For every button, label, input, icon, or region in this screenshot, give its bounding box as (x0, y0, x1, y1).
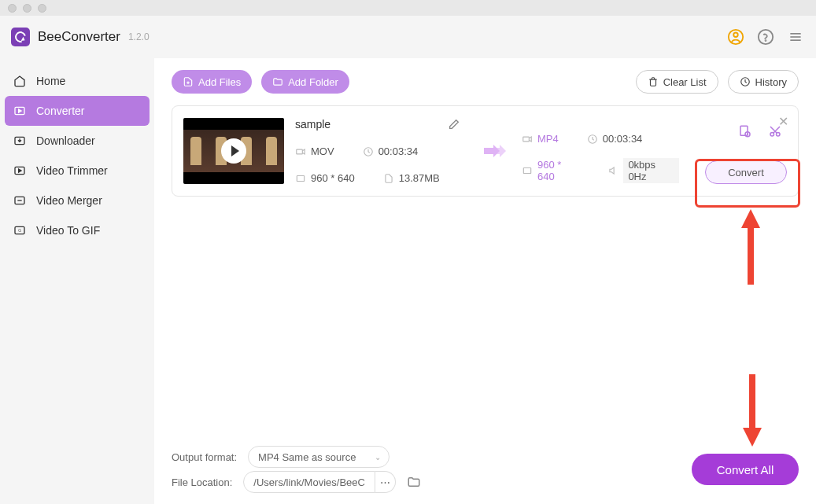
app-version: 1.2.0 (128, 31, 150, 42)
merge-icon (13, 193, 27, 208)
source-duration: 00:03:34 (363, 145, 419, 157)
sidebar-item-label: Downloader (36, 134, 95, 147)
output-format-label: Output format: (172, 451, 237, 463)
app-logo (11, 28, 30, 46)
file-location-field[interactable]: /Users/link/Movies/BeeC (243, 471, 375, 493)
resolution-icon (295, 173, 306, 184)
target-info: MP4 00:03:34 960 * 640 0kbps 0Hz (522, 133, 679, 183)
svg-rect-20 (523, 168, 530, 174)
main-panel: Add Files Add Folder Clear List History … (154, 58, 816, 504)
source-info: sample MOV 00:03:34 960 * 640 13.87MB (295, 118, 468, 184)
file-location-row: File Location: /Users/link/Movies/BeeC ⋯ (172, 471, 421, 493)
add-folder-button[interactable]: Add Folder (261, 70, 349, 94)
help-icon[interactable] (756, 28, 775, 46)
sidebar-item-label: Video To GIF (36, 224, 100, 237)
user-icon[interactable] (726, 28, 745, 46)
sidebar-item-home[interactable]: Home (5, 66, 150, 96)
svg-marker-11 (19, 169, 21, 172)
svg-rect-21 (740, 126, 748, 135)
clock-icon (587, 134, 598, 145)
source-size: 13.87MB (383, 172, 440, 184)
convert-icon (13, 104, 27, 118)
trim-icon (13, 164, 27, 178)
button-label: Clear List (663, 76, 707, 88)
target-duration: 00:03:34 (587, 133, 643, 145)
target-format[interactable]: MP4 (522, 133, 559, 145)
annotation-arrow-2 (743, 374, 762, 447)
add-files-button[interactable]: Add Files (172, 70, 252, 94)
maximize-window-dot[interactable] (38, 4, 46, 13)
close-window-dot[interactable] (8, 4, 17, 13)
open-folder-icon[interactable] (407, 475, 421, 489)
output-format-select[interactable]: MP4 Same as source ⌄ (248, 446, 390, 468)
resolution-icon (522, 165, 533, 176)
svg-marker-8 (19, 109, 21, 112)
annotation-arrow-1 (741, 209, 760, 285)
chevron-down-icon: ⌄ (375, 453, 381, 462)
button-label: Add Files (198, 76, 241, 88)
convert-all-button[interactable]: Convert All (692, 454, 799, 485)
minimize-window-dot[interactable] (23, 4, 31, 13)
output-format-row: Output format: MP4 Same as source ⌄ (172, 446, 390, 468)
svg-point-3 (766, 40, 766, 41)
file-add-icon (183, 76, 194, 87)
target-resolution[interactable]: 960 * 640 (522, 158, 579, 183)
download-icon (13, 134, 27, 148)
target-audio: 0kbps 0Hz (607, 158, 679, 183)
video-thumbnail[interactable] (183, 118, 284, 184)
svg-point-1 (733, 33, 738, 38)
browse-location-button[interactable]: ⋯ (375, 471, 396, 493)
camera-icon (295, 146, 306, 157)
toolbar: Add Files Add Folder Clear List History (154, 58, 816, 105)
svg-rect-17 (297, 175, 304, 181)
sidebar-item-label: Video Merger (36, 194, 102, 207)
file-name: sample (295, 118, 330, 131)
svg-marker-26 (743, 374, 762, 447)
convert-button[interactable]: Convert (705, 160, 787, 184)
sidebar-item-gif[interactable]: G Video To GIF (5, 215, 150, 245)
remove-item-icon[interactable]: ✕ (778, 114, 788, 129)
clock-icon (363, 146, 374, 157)
clear-list-button[interactable]: Clear List (636, 70, 718, 94)
sidebar-item-trimmer[interactable]: Video Trimmer (5, 156, 150, 186)
camera-icon (522, 134, 533, 145)
sidebar-item-converter[interactable]: Converter (5, 96, 150, 126)
app-header: BeeConverter 1.2.0 (0, 16, 816, 58)
svg-rect-15 (297, 149, 303, 154)
sidebar-item-label: Converter (36, 105, 84, 117)
sidebar-item-downloader[interactable]: Downloader (5, 126, 150, 156)
svg-text:G: G (18, 229, 21, 233)
edit-name-icon[interactable] (448, 118, 460, 131)
button-label: History (755, 76, 787, 88)
gif-icon: G (13, 223, 27, 237)
source-resolution: 960 * 640 (295, 172, 355, 184)
file-card: sample MOV 00:03:34 960 * 640 13.87MB MP… (172, 105, 799, 197)
source-format: MOV (295, 145, 334, 157)
speaker-icon (607, 165, 618, 176)
svg-marker-25 (741, 209, 760, 285)
history-icon (740, 76, 751, 87)
history-button[interactable]: History (728, 70, 799, 94)
play-icon (221, 138, 246, 164)
svg-point-2 (759, 30, 773, 44)
settings-icon[interactable] (738, 124, 752, 138)
sidebar-item-label: Video Trimmer (36, 164, 108, 177)
sidebar: Home Converter Downloader Video Trimmer … (0, 58, 154, 504)
house-icon (13, 74, 27, 88)
folder-add-icon (272, 76, 283, 87)
card-actions: Convert (705, 118, 787, 184)
conversion-arrow-icon (484, 143, 506, 159)
svg-rect-18 (523, 137, 530, 142)
trash-icon (648, 76, 659, 87)
sidebar-item-label: Home (36, 75, 65, 87)
menu-icon[interactable] (786, 28, 805, 46)
file-location-label: File Location: (172, 476, 232, 488)
file-icon (383, 173, 394, 184)
button-label: Add Folder (288, 76, 338, 88)
app-name: BeeConverter (38, 29, 120, 45)
sidebar-item-merger[interactable]: Video Merger (5, 186, 150, 215)
window-titlebar (0, 0, 816, 16)
